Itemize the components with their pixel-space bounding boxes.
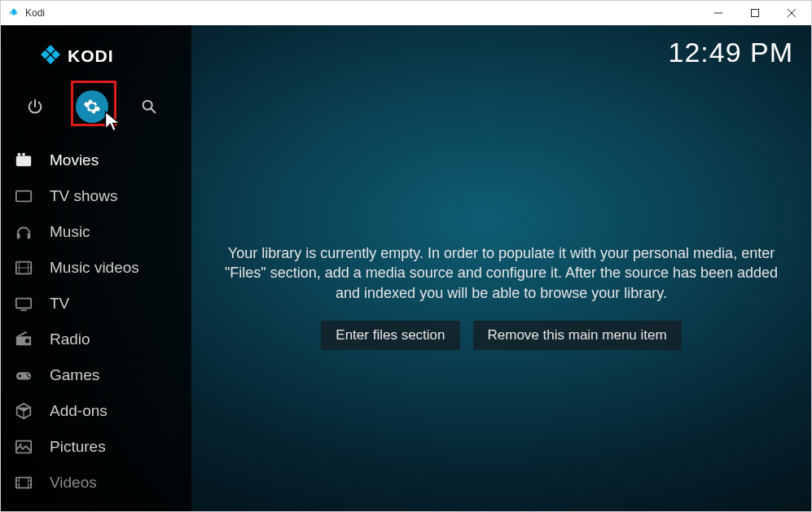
gamepad-icon <box>12 365 35 385</box>
button-row: Enter files section Remove this main men… <box>321 321 681 350</box>
sidebar-item-addons[interactable]: Add-ons <box>1 393 191 429</box>
video-icon <box>12 473 35 492</box>
sidebar-item-label: Music videos <box>50 259 139 277</box>
sidebar-item-videos[interactable]: Videos <box>1 465 191 501</box>
nav: Movies TV shows Music Music videos TV <box>1 142 191 501</box>
power-button[interactable] <box>20 92 50 121</box>
enter-files-button[interactable]: Enter files section <box>321 321 459 350</box>
search-button[interactable] <box>134 92 164 121</box>
sidebar-item-label: Videos <box>50 474 97 492</box>
app-window: Kodi KODI <box>0 0 812 512</box>
tv-icon <box>12 294 35 313</box>
movie-icon <box>12 151 35 170</box>
brand: KODI <box>1 37 191 76</box>
svg-rect-7 <box>28 234 31 238</box>
svg-point-11 <box>25 339 30 344</box>
sidebar: KODI Movies <box>1 25 191 511</box>
sidebar-item-label: Add-ons <box>50 402 108 420</box>
sidebar-item-music[interactable]: Music <box>1 214 191 250</box>
sidebar-item-pictures[interactable]: Pictures <box>1 429 191 465</box>
sidebar-item-label: TV shows <box>50 187 117 205</box>
empty-library-message: Your library is currently empty. In orde… <box>217 243 787 303</box>
tvshow-icon <box>12 186 35 206</box>
minimize-button[interactable] <box>700 1 736 25</box>
titlebar: Kodi <box>1 1 811 25</box>
svg-rect-17 <box>16 478 31 488</box>
svg-rect-5 <box>16 191 31 202</box>
kodi-logo-icon <box>40 44 61 68</box>
sidebar-item-games[interactable]: Games <box>1 357 191 393</box>
svg-point-1 <box>143 101 152 110</box>
icon-row <box>1 76 191 138</box>
picture-icon <box>12 437 35 457</box>
svg-point-13 <box>26 374 28 375</box>
radio-icon <box>12 330 35 349</box>
svg-point-3 <box>18 153 21 156</box>
svg-rect-6 <box>17 234 20 238</box>
sidebar-item-musicvideos[interactable]: Music videos <box>1 250 191 286</box>
headphones-icon <box>12 222 35 242</box>
kodi-app-icon <box>7 7 20 20</box>
main-panel: 12:49 PM Your library is currently empty… <box>191 25 811 511</box>
svg-point-14 <box>28 376 29 378</box>
maximize-button[interactable] <box>736 1 773 25</box>
remove-menu-item-button[interactable]: Remove this main menu item <box>473 321 682 350</box>
window-title: Kodi <box>25 7 45 19</box>
sidebar-item-label: TV <box>50 295 69 313</box>
package-icon <box>12 401 35 421</box>
sidebar-item-label: Movies <box>50 151 99 169</box>
svg-rect-9 <box>16 299 31 309</box>
sidebar-item-movies[interactable]: Movies <box>1 142 191 178</box>
svg-point-16 <box>20 444 22 446</box>
clock: 12:49 PM <box>668 37 793 68</box>
sidebar-item-tvshows[interactable]: TV shows <box>1 178 191 214</box>
svg-rect-0 <box>751 10 758 17</box>
sidebar-item-label: Pictures <box>50 438 106 456</box>
kodi-app: KODI Movies <box>1 25 811 511</box>
sidebar-item-tv[interactable]: TV <box>1 286 191 322</box>
sidebar-item-label: Music <box>50 223 90 241</box>
brand-text: KODI <box>68 46 114 66</box>
svg-point-4 <box>22 153 25 156</box>
sidebar-item-label: Radio <box>50 330 90 348</box>
sidebar-item-radio[interactable]: Radio <box>1 322 191 357</box>
musicvideo-icon <box>12 258 35 278</box>
sidebar-item-label: Games <box>50 366 99 384</box>
settings-button[interactable] <box>76 90 108 123</box>
svg-rect-2 <box>16 156 31 167</box>
close-button[interactable] <box>773 1 810 25</box>
